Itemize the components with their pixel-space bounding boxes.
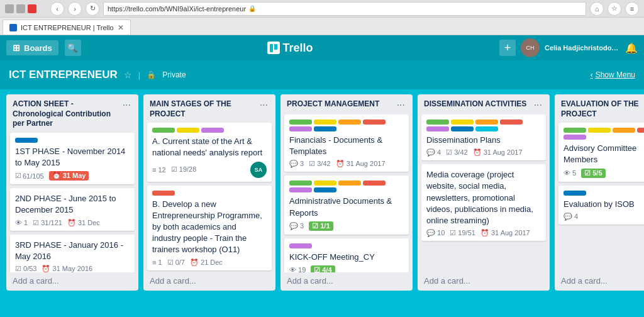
forward-button[interactable]: › [68, 2, 82, 16]
maximize-button[interactable] [16, 4, 25, 13]
watchers-badge: 👁 19 [289, 266, 306, 272]
card-badges: 👁 5 ☑ 5/5 [564, 169, 644, 178]
search-button[interactable]: 🔍 [65, 40, 81, 56]
card-admin-docs[interactable]: Administrative Documents & Reports 💬 3 ☑… [284, 175, 409, 234]
card-badges: ☑ 61/105 ⏰ 31 May [15, 171, 130, 181]
card-title: B. Develop a new Entrepreneurship Progra… [152, 199, 267, 256]
window-chrome: ‹ › ↻ https://trello.com/b/WNI9aIXi/ict-… [0, 0, 644, 35]
watchers-badge: 👁 5 [564, 169, 576, 177]
list-title-evaluation: EVALUATION OF THE PROJECT [561, 99, 644, 119]
blue-label [15, 138, 38, 143]
add-card-button[interactable]: Add a card... [418, 272, 550, 291]
trello-wordmark: Trello [282, 42, 313, 55]
checklist-badge: ☑ 3/42 [446, 148, 467, 157]
green-label [426, 120, 449, 125]
tab-bar: ICT ENTREPRENEUR | Trello ✕ [0, 18, 644, 35]
list-header-dissemination: DISSEMINATION ACTIVITIES ··· [418, 94, 550, 114]
card-entrepreneurship-programme[interactable]: B. Develop a new Entrepreneurship Progra… [147, 186, 272, 270]
trello-app: ⊞ Boards 🔍 Trello + CH Celia Hadjichrist… [0, 35, 644, 296]
red-label [152, 191, 175, 196]
card-badges: 💬 3 ☑ 3/42 ⏰ 31 Aug 2017 [289, 160, 404, 168]
card-labels [426, 120, 541, 131]
comments-badge: 💬 3 [289, 160, 304, 168]
card-kickoff[interactable]: KICK-OFF Meeting_CY 👁 19 ☑ 4/4 [284, 238, 409, 272]
purple-label [289, 187, 312, 192]
card-labels [289, 120, 404, 131]
card-media-coverage[interactable]: Media coverage (project website, social … [421, 164, 546, 241]
notifications-button[interactable]: 🔔 [625, 42, 638, 54]
boards-label: Boards [24, 43, 52, 53]
list-header-main-stages: MAIN STAGES OF THE PROJECT ··· [143, 94, 275, 123]
list-menu-button[interactable]: ··· [258, 99, 269, 111]
list-title-dissemination: DISSEMINATION ACTIVITIES [424, 99, 526, 109]
purple-label [201, 128, 224, 133]
card-badges: 💬 10 ☑ 19/51 ⏰ 31 Aug 2017 [426, 229, 541, 237]
add-card-button[interactable]: Add a card... [143, 272, 275, 291]
checklist-badge: ≡ 12 [152, 166, 166, 174]
checklist2-badge: ☑ 0/7 [167, 259, 185, 267]
window-controls [5, 4, 36, 13]
favorite-icon[interactable]: ☆ [124, 70, 132, 80]
home-button[interactable]: ⌂ [590, 2, 604, 16]
card-advisory-committee[interactable]: Advisory Committee Members 👁 5 ☑ 5/5 [558, 123, 644, 181]
red-label [363, 181, 386, 186]
list-cards-project-management: Financials - Documents & Templates 💬 3 ☑… [280, 114, 413, 272]
yellow-label [314, 120, 336, 125]
card-title: 2ND PHASE - June 2015 to December 2015 [15, 193, 130, 216]
list-header-action-sheet: ACTION SHEET - Chronological Contributio… [6, 94, 138, 133]
card-title: 1ST PHASE - November 2014 to May 2015 [15, 146, 130, 169]
date-badge: ⏰ 31 Dec [67, 219, 100, 227]
user-name[interactable]: Celia Hadjichristodoulou [545, 44, 620, 52]
card-title: Advisory Committee Members [564, 143, 644, 165]
card-2nd-phase[interactable]: 2ND PHASE - June 2015 to December 2015 👁… [10, 188, 135, 230]
settings-button[interactable]: ≡ [625, 2, 639, 16]
member-avatar: SA [250, 162, 267, 178]
red-label [363, 120, 386, 125]
add-card-button[interactable]: Add a card... [6, 272, 138, 291]
card-labels [564, 191, 644, 196]
comments-badge: 💬 4 [426, 148, 441, 157]
checklist-done-badge: ☑ 5/5 [581, 169, 605, 178]
card-title: Financials - Documents & Templates [289, 135, 404, 157]
date-badge: ⏰ 31 Aug 2017 [336, 160, 386, 168]
top-right-controls: + CH Celia Hadjichristodoulou 🔔 [499, 38, 638, 57]
close-button[interactable] [28, 4, 36, 13]
green-label [289, 120, 312, 125]
card-labels [289, 243, 404, 248]
card-3rd-phase[interactable]: 3RD PHASE - January 2016 - May 2016 ☑ 0/… [10, 235, 135, 272]
card-financials[interactable]: Financials - Documents & Templates 💬 3 ☑… [284, 114, 409, 172]
board-title: ICT ENTREPRENEUR [9, 69, 118, 81]
avatar[interactable]: CH [521, 38, 540, 57]
reload-button[interactable]: ↻ [86, 2, 99, 16]
add-card-button[interactable]: Add a card... [555, 272, 644, 291]
add-card-button[interactable]: Add a card... [280, 272, 413, 291]
card-dissemination-plans[interactable]: Dissemination Plans 💬 4 ☑ 3/42 ⏰ 31 Aug … [421, 114, 546, 160]
create-button[interactable]: + [499, 40, 516, 56]
card-badges: 💬 4 [564, 213, 644, 221]
list-menu-button[interactable]: ··· [396, 99, 406, 111]
show-menu-button[interactable]: ‹ Show Menu [591, 70, 635, 79]
boards-button[interactable]: ⊞ Boards [6, 40, 58, 55]
avatar-initials: CH [526, 45, 535, 51]
list-menu-button[interactable]: ··· [533, 99, 543, 111]
card-evaluation-isob[interactable]: Evaluation by ISOB 💬 4 [558, 186, 644, 225]
teal-label [475, 126, 498, 131]
date-badge: ⏰ 31 Aug 2017 [480, 229, 530, 237]
close-tab-icon[interactable]: ✕ [118, 23, 124, 32]
list-header-project-management: PROJECT MANAGEMENT ··· [280, 94, 413, 114]
back-button[interactable]: ‹ [50, 2, 64, 16]
card-title: Administrative Documents & Reports [289, 196, 404, 218]
list-project-management: PROJECT MANAGEMENT ··· Financials - Docu… [280, 94, 413, 291]
active-tab[interactable]: ICT ENTREPRENEUR | Trello ✕ [3, 19, 131, 35]
minimize-button[interactable] [5, 4, 14, 13]
red-label [637, 128, 644, 133]
list-menu-button[interactable]: ··· [121, 99, 132, 111]
separator: | [138, 70, 140, 80]
list-title-project-management: PROJECT MANAGEMENT [287, 99, 379, 109]
card-1st-phase[interactable]: 1ST PHASE - November 2014 to May 2015 ☑ … [10, 133, 135, 184]
card-state-of-art[interactable]: A. Current state of the Art & national n… [147, 123, 272, 181]
address-bar[interactable]: https://trello.com/b/WNI9aIXi/ict-entrep… [103, 2, 586, 16]
star-button[interactable]: ☆ [608, 2, 621, 16]
card-title: Evaluation by ISOB [564, 199, 644, 210]
card-badges: 👁 19 ☑ 4/4 [289, 265, 404, 272]
